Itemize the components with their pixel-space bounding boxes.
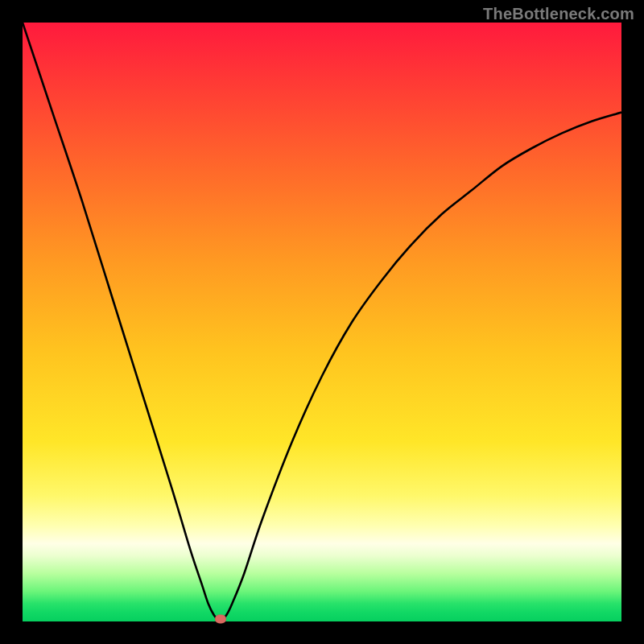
- chart-frame: TheBottleneck.com: [0, 0, 644, 644]
- plot-area: [23, 23, 621, 621]
- optimal-point-marker: [215, 615, 226, 624]
- watermark-text: TheBottleneck.com: [483, 5, 634, 23]
- bottleneck-curve: [23, 23, 621, 621]
